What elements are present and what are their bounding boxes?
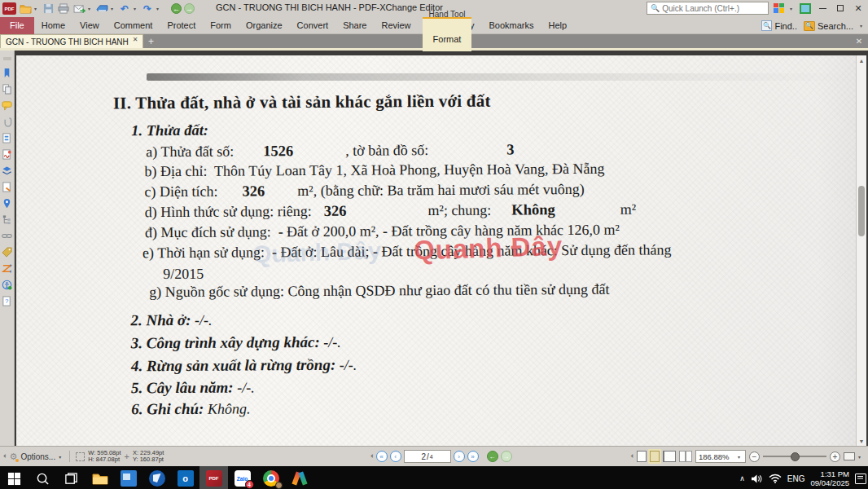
page-thumbnails-pane-icon[interactable]	[2, 83, 13, 95]
contextual-tab-format[interactable]: Hand Tool Format	[423, 17, 471, 51]
tab-view[interactable]: View	[72, 17, 107, 34]
zalo-button[interactable]: Zalo4	[228, 466, 256, 489]
first-page-button[interactable]: «	[376, 451, 388, 462]
file-explorer-button[interactable]	[85, 466, 114, 489]
browser-blue-app-button[interactable]	[142, 466, 171, 489]
wifi-icon[interactable]	[769, 474, 782, 483]
open-file-icon[interactable]	[19, 2, 32, 15]
next-view-button[interactable]: →	[501, 451, 512, 462]
last-page-button[interactable]: »	[467, 451, 479, 462]
maximize-button[interactable]	[834, 2, 847, 14]
document-pane-close-icon[interactable]: ✕	[853, 35, 865, 46]
chrome-button[interactable]	[256, 466, 285, 489]
continuous-layout-icon[interactable]	[650, 451, 660, 462]
attachments-pane-icon[interactable]	[2, 116, 13, 127]
action-center-icon[interactable]	[855, 474, 866, 484]
find-button[interactable]: 🔍Find..	[761, 20, 797, 31]
scroll-down-icon[interactable]: ▼	[859, 436, 865, 446]
language-indicator[interactable]: ENG	[787, 474, 805, 483]
tab-organize[interactable]: Organize	[239, 17, 290, 34]
zoom-out-button[interactable]: −	[749, 452, 760, 462]
tab-protect[interactable]: Protect	[160, 17, 203, 34]
minimize-button[interactable]	[816, 2, 829, 14]
outlook-button[interactable]: o	[171, 466, 199, 489]
print-icon[interactable]	[57, 2, 70, 15]
destinations-pane-icon[interactable]	[2, 197, 13, 209]
close-button[interactable]: ✕	[852, 2, 865, 14]
previous-view-button[interactable]: ←	[487, 451, 498, 462]
tab-share[interactable]: Share	[335, 17, 374, 34]
v-app-button[interactable]	[285, 466, 313, 489]
content-pane-icon[interactable]	[2, 181, 13, 192]
nav-collapse[interactable]: ⏴	[370, 453, 374, 460]
taskbar-search-button[interactable]	[28, 466, 57, 489]
redo-icon[interactable]: ↷	[141, 2, 154, 15]
undo-dropdown[interactable]: ▾	[134, 6, 138, 11]
statusbar-overflow-chevron[interactable]: ▾	[858, 454, 863, 460]
redo-dropdown[interactable]: ▾	[156, 6, 161, 11]
page-number-field[interactable]: 2/4	[404, 450, 451, 463]
customize-ui-dropdown[interactable]: ▾	[790, 6, 795, 11]
single-page-layout-icon[interactable]	[637, 451, 647, 462]
zoom-level-select[interactable]: 186.88%▾	[695, 450, 746, 463]
sidebar-collapse-handle[interactable]	[3, 57, 11, 60]
undo-icon[interactable]: ↶	[118, 2, 131, 15]
task-view-button[interactable]	[57, 466, 85, 489]
structure-pane-icon[interactable]	[2, 214, 13, 225]
scroll-up-icon[interactable]: ▲	[859, 55, 865, 65]
photos-app-button[interactable]	[114, 466, 142, 489]
layers-pane-icon[interactable]	[2, 165, 13, 176]
volume-icon[interactable]	[751, 474, 763, 484]
scanner-icon[interactable]	[95, 2, 108, 15]
tab-review[interactable]: Review	[374, 17, 418, 34]
ribbon-overflow-chevron[interactable]: ▾	[860, 23, 865, 29]
tab-bookmarks[interactable]: Bookmarks	[481, 17, 541, 34]
statusbar-collapse-left[interactable]: ⏴	[3, 453, 7, 460]
tab-format[interactable]: Format	[433, 34, 462, 44]
tab-comment[interactable]: Comment	[107, 17, 160, 34]
vertical-scrollbar[interactable]: ▲ ▼	[856, 55, 866, 446]
scrollbar-thumb[interactable]	[858, 186, 865, 236]
options-button[interactable]: Options...	[20, 452, 55, 461]
hidden-icons-chevron[interactable]: ∧	[739, 474, 745, 482]
document-properties-pane-icon[interactable]: ?	[2, 295, 13, 306]
page-view-mode-icon[interactable]	[844, 452, 855, 460]
open-file-dropdown[interactable]: ▾	[34, 6, 39, 11]
tab-help[interactable]: Help	[541, 17, 575, 34]
comments-pane-icon[interactable]	[2, 99, 13, 111]
tab-home[interactable]: Home	[34, 17, 72, 34]
tab-form[interactable]: Form	[203, 17, 239, 34]
bookmarks-pane-icon[interactable]	[2, 67, 13, 78]
document-tab-active[interactable]: GCN - TRUONG THI BICH HANH ✕	[0, 34, 143, 48]
named-destinations-pane-icon[interactable]	[2, 262, 13, 274]
save-icon[interactable]	[42, 2, 55, 15]
multi-page-layout-icon[interactable]	[679, 451, 692, 462]
zoom-slider[interactable]	[763, 452, 826, 462]
next-page-button[interactable]: ›	[454, 451, 465, 462]
launch-applications-icon[interactable]	[800, 3, 811, 14]
tab-file[interactable]: File	[0, 17, 34, 34]
zoom-slider-thumb[interactable]	[791, 452, 800, 461]
document-viewport[interactable]: II. Thửa đất, nhà ở và tài sản khác gắn …	[15, 51, 868, 446]
previous-page-button[interactable]: ‹	[390, 451, 401, 462]
email-icon[interactable]	[72, 2, 85, 15]
layout-collapse[interactable]: ⏴	[631, 453, 634, 460]
options-dropdown[interactable]: ▾	[59, 454, 64, 460]
navigate-back-icon[interactable]: ←	[171, 3, 182, 14]
navigate-forward-icon[interactable]: →	[184, 3, 195, 14]
tags-pane-icon[interactable]	[2, 246, 13, 258]
pdf-xchange-taskbar-button[interactable]: PDF	[199, 466, 228, 489]
two-page-layout-icon[interactable]	[663, 451, 676, 462]
email-dropdown[interactable]: ▾	[88, 6, 93, 11]
search-button[interactable]: 🔍Search...	[804, 21, 853, 31]
quick-launch-box[interactable]: 🔍	[647, 2, 769, 15]
quick-launch-input[interactable]	[662, 4, 764, 13]
tab-close-icon[interactable]: ✕	[133, 36, 138, 43]
taskbar-clock[interactable]: 1:31 PM09/04/2025	[810, 469, 849, 487]
tab-convert[interactable]: Convert	[290, 17, 336, 34]
links-pane-icon[interactable]	[2, 230, 13, 241]
zoom-in-button[interactable]: +	[830, 452, 840, 462]
new-tab-button[interactable]: +	[143, 34, 158, 48]
signatures-pane-icon[interactable]	[2, 148, 13, 160]
customize-ui-icon[interactable]	[774, 3, 785, 14]
